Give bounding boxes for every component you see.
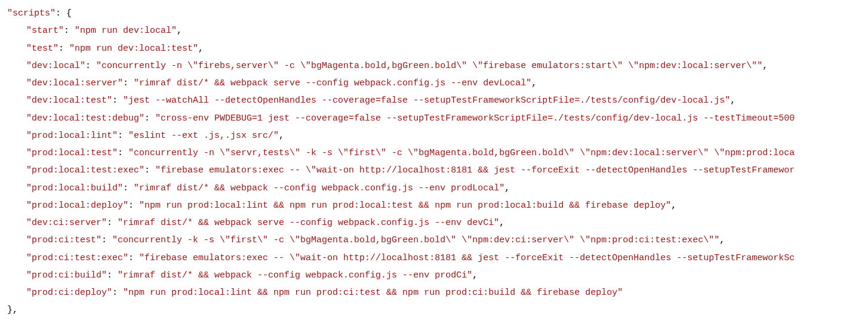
json-key: "dev:local:server" <box>26 78 123 88</box>
comma: , <box>730 95 735 106</box>
json-key: "prod:ci:test:exec" <box>26 253 128 263</box>
json-value: "npm run prod:local:lint && npm run prod… <box>139 201 671 211</box>
scripts-close-line: }, <box>7 301 868 319</box>
json-value: "eslint --ext .js,.jsx src/" <box>128 131 279 141</box>
json-key: "dev:local:test:debug" <box>26 113 144 124</box>
colon: : <box>128 201 139 211</box>
colon: : <box>118 131 128 141</box>
colon: : <box>123 183 134 193</box>
entries-container: "start": "npm run dev:local","test": "np… <box>7 22 868 301</box>
json-value: "rimraf dist/* && webpack serve --config… <box>134 78 531 88</box>
json-key: "prod:ci:test" <box>26 235 101 245</box>
code-line: "dev:local:server": "rimraf dist/* && we… <box>7 75 868 92</box>
colon: : <box>128 253 139 263</box>
colon: : <box>123 78 134 88</box>
json-value: "firebase emulators:exec -- \"wait-on ht… <box>139 253 795 263</box>
json-key: "prod:local:lint" <box>26 131 118 141</box>
json-value: "rimraf dist/* && webpack serve --config… <box>118 218 499 228</box>
json-value: "rimraf dist/* && webpack --config webpa… <box>118 270 472 280</box>
comma: , <box>499 218 504 228</box>
open-brace: : { <box>56 8 72 18</box>
comma: , <box>177 26 182 36</box>
json-key: "prod:local:test:exec" <box>26 165 144 175</box>
json-key: "prod:ci:deploy" <box>26 288 112 298</box>
colon: : <box>107 270 118 280</box>
scripts-key: "scripts" <box>7 8 56 18</box>
code-line: "dev:ci:server": "rimraf dist/* && webpa… <box>7 214 868 232</box>
code-line: "prod:local:test:exec": "firebase emulat… <box>7 162 868 179</box>
comma: , <box>198 44 204 54</box>
comma: , <box>531 78 537 88</box>
close-brace: }, <box>7 305 18 315</box>
json-key: "dev:local" <box>26 61 85 71</box>
colon: : <box>107 218 118 228</box>
json-value: "jest --watchAll --detectOpenHandles --c… <box>123 95 730 106</box>
colon: : <box>112 288 123 298</box>
scripts-open-line: "scripts": { <box>7 5 868 22</box>
json-value: "npm run prod:local:lint && npm run prod… <box>123 288 623 298</box>
code-line: "prod:local:lint": "eslint --ext .js,.js… <box>7 127 868 144</box>
json-key: "start" <box>26 26 64 36</box>
comma: , <box>762 61 768 71</box>
colon: : <box>144 165 155 175</box>
code-line: "prod:ci:test:exec": "firebase emulators… <box>7 249 868 267</box>
json-key: "prod:local:build" <box>26 183 123 193</box>
colon: : <box>144 113 155 124</box>
code-line: "prod:local:test": "concurrently -n \"se… <box>7 144 868 162</box>
code-line: "start": "npm run dev:local", <box>7 22 868 39</box>
colon: : <box>112 95 123 106</box>
json-value: "npm run dev:local" <box>75 26 177 36</box>
comma: , <box>504 183 510 193</box>
comma: , <box>719 235 725 245</box>
json-key: "dev:ci:server" <box>26 218 107 228</box>
json-value: "cross-env PWDEBUG=1 jest --coverage=fal… <box>155 113 795 124</box>
code-line: "dev:local:test": "jest --watchAll --det… <box>7 92 868 109</box>
json-value: "concurrently -n \"servr,tests\" -k -s \… <box>128 148 795 158</box>
code-line: "dev:local:test:debug": "cross-env PWDEB… <box>7 110 868 127</box>
colon: : <box>118 148 128 158</box>
code-line: "dev:local": "concurrently -n \"firebs,s… <box>7 57 868 75</box>
json-value: "npm run dev:local:test" <box>69 44 198 54</box>
json-value: "rimraf dist/* && webpack --config webpa… <box>134 183 504 193</box>
json-value: "concurrently -n \"firebs,server\" -c \"… <box>96 61 762 71</box>
code-line: "prod:ci:deploy": "npm run prod:local:li… <box>7 284 868 301</box>
colon: : <box>59 44 69 54</box>
json-key: "test" <box>26 44 59 54</box>
colon: : <box>101 235 112 245</box>
code-block: "scripts": { "start": "npm run dev:local… <box>7 5 868 319</box>
json-key: "prod:ci:build" <box>26 270 107 280</box>
code-line: "test": "npm run dev:local:test", <box>7 40 868 57</box>
colon: : <box>64 26 75 36</box>
code-line: "prod:local:deploy": "npm run prod:local… <box>7 197 868 214</box>
comma: , <box>279 131 284 141</box>
json-value: "firebase emulators:exec -- \"wait-on ht… <box>155 165 795 175</box>
code-line: "prod:local:build": "rimraf dist/* && we… <box>7 180 868 197</box>
comma: , <box>671 201 676 211</box>
code-line: "prod:ci:test": "concurrently -k -s \"fi… <box>7 232 868 249</box>
colon: : <box>85 61 96 71</box>
json-key: "dev:local:test" <box>26 95 112 106</box>
code-line: "prod:ci:build": "rimraf dist/* && webpa… <box>7 267 868 284</box>
comma: , <box>472 270 478 280</box>
json-value: "concurrently -k -s \"first\" -c \"bgMag… <box>112 235 719 245</box>
json-key: "prod:local:deploy" <box>26 201 128 211</box>
json-key: "prod:local:test" <box>26 148 118 158</box>
